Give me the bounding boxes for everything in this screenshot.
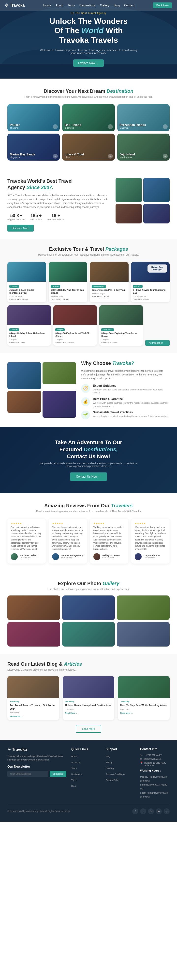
blog-card-2[interactable]: Travelling How To Stay Safe While Travel… bbox=[118, 676, 170, 720]
review-author-1: Gemma Montgomery Tour Traveler bbox=[52, 553, 84, 560]
footer-link-tours[interactable]: Tours bbox=[71, 766, 101, 770]
blog-read-more-1[interactable]: Read More ... bbox=[65, 712, 112, 714]
review-role-1: Tour Traveler bbox=[61, 557, 83, 559]
gallery-img-1[interactable] bbox=[7, 595, 60, 620]
footer-support-terms[interactable]: Terms & Conditions bbox=[106, 772, 135, 776]
plane-icon: ✈ bbox=[5, 3, 9, 8]
nav-destinations[interactable]: Destinations bbox=[80, 4, 96, 7]
footer-link-home-anchor[interactable]: Home bbox=[71, 755, 77, 758]
footer-support-faq-anchor[interactable]: FAQ bbox=[106, 755, 110, 758]
dest-arrow-lhasa[interactable]: → bbox=[108, 154, 113, 159]
tour-card-private-bali[interactable]: Holiday Tour Packages Discover 5 - Days … bbox=[131, 262, 170, 302]
gallery-img-5[interactable] bbox=[62, 622, 115, 646]
review-role-2: Solo Traveler bbox=[102, 557, 120, 559]
nav-blog[interactable]: Blog bbox=[114, 4, 120, 7]
social-twitter-icon[interactable]: t bbox=[140, 808, 146, 814]
footer-support-pricing-anchor[interactable]: Pricing bbox=[106, 761, 113, 764]
tour-card-merion[interactable]: South America Explore Merion Park 5-Day … bbox=[90, 262, 129, 302]
dest-arrow-bali[interactable]: → bbox=[108, 124, 113, 129]
footer-support-pricing[interactable]: Pricing bbox=[106, 760, 135, 764]
load-more-button[interactable]: Load More bbox=[76, 725, 102, 733]
dest-card-jeju[interactable]: Jeju Island South Korea → bbox=[117, 134, 170, 161]
social-linkedin-icon[interactable]: in bbox=[148, 808, 154, 814]
dest-arrow-perhentian[interactable]: → bbox=[163, 124, 167, 129]
why-feature-expert-title: Expert Guidance bbox=[93, 384, 170, 388]
dest-arrow-jeju[interactable]: → bbox=[163, 154, 167, 159]
blog-card-0[interactable]: Travelling Top Travel Trends To Watch Ou… bbox=[7, 676, 59, 720]
blog-read-more-2[interactable]: Read More ... bbox=[120, 712, 167, 714]
footer-link-tours-anchor[interactable]: Tours bbox=[71, 767, 77, 770]
social-pinterest-icon[interactable]: p bbox=[164, 808, 170, 814]
newsletter-email-input[interactable] bbox=[7, 771, 48, 777]
stat-destinations: 165 + Destinations bbox=[30, 213, 42, 221]
footer-hours-day-1: Saturday: bbox=[140, 784, 150, 786]
footer-link-destination[interactable]: Destination bbox=[71, 772, 101, 776]
footer-support-title: Support bbox=[106, 748, 135, 751]
about-images bbox=[116, 178, 170, 223]
footer-link-blog-anchor[interactable]: Blog bbox=[71, 785, 76, 787]
tour-card-china[interactable]: 3 Nights 3 Days To Explore Great Wall Of… bbox=[53, 305, 97, 345]
tour-badge-china: 3 Nights bbox=[55, 328, 65, 331]
gallery-img-4[interactable] bbox=[7, 622, 60, 646]
stat-num-customers: 50 K+ bbox=[7, 213, 25, 218]
footer-support-privacy-anchor[interactable]: Privacy Policy bbox=[106, 779, 120, 781]
blog-title-plain: Read Our Latest Blog & bbox=[7, 661, 64, 667]
footer-link-home[interactable]: Home bbox=[71, 754, 101, 758]
tour-body-korea: South Korea 3 Days Tour Exploring Temple… bbox=[99, 325, 143, 345]
tour-card-halmuhalo[interactable]: Discover 6 Days Holiday & Tour Halmuhalo… bbox=[7, 305, 51, 345]
tour-card-bali[interactable]: Discover 6 Days Holiday And Tour In Bali… bbox=[49, 262, 88, 302]
blog-card-1[interactable]: Travelling Hidden Gems: Unexplored Desti… bbox=[63, 676, 115, 720]
footer-newsletter-form: Subscribe bbox=[7, 771, 66, 777]
nav-about[interactable]: About bbox=[56, 4, 63, 7]
footer-support-faq[interactable]: FAQ bbox=[106, 754, 135, 758]
tour-img-china bbox=[53, 305, 97, 325]
nav-home[interactable]: Home bbox=[43, 4, 51, 7]
gallery-img-2[interactable] bbox=[62, 595, 115, 620]
footer-link-trips-anchor[interactable]: Trips bbox=[71, 779, 76, 781]
social-youtube-icon[interactable]: ▶ bbox=[156, 808, 162, 814]
footer-link-destination-anchor[interactable]: Destination bbox=[71, 773, 82, 775]
hero-cta-button[interactable]: Explore Now → bbox=[73, 59, 104, 67]
stat-num-destinations: 165 + bbox=[30, 213, 42, 218]
dest-card-lhasa[interactable]: Lhasa & Tibet China → bbox=[62, 134, 115, 161]
tour-price-bali: From $1213 - $1,546 bbox=[51, 298, 86, 300]
blog-read-more-0[interactable]: Read More ... bbox=[10, 715, 57, 718]
discover-more-button[interactable]: Discover More bbox=[7, 225, 33, 232]
social-facebook-icon[interactable]: f bbox=[132, 808, 138, 814]
nav-contact[interactable]: Contact bbox=[124, 4, 134, 7]
footer-support-privacy[interactable]: Privacy Policy bbox=[106, 778, 135, 782]
book-now-button[interactable]: Book Now bbox=[153, 2, 172, 8]
why-image-3 bbox=[7, 391, 41, 413]
tour-cards-row2: Discover 6 Days Holiday & Tour Halmuhalo… bbox=[7, 305, 143, 345]
newsletter-subscribe-button[interactable]: Subscribe bbox=[49, 771, 66, 777]
dest-card-perhentian[interactable]: Perhentian Islands Malaysia → bbox=[117, 104, 170, 131]
blog-date-2: November bbox=[120, 708, 167, 710]
footer-link-trips[interactable]: Trips bbox=[71, 778, 101, 782]
tour-card-korea[interactable]: South Korea 3 Days Tour Exploring Temple… bbox=[99, 305, 143, 345]
tour-badge-japan: Discover bbox=[10, 285, 19, 288]
blog-title-em: Articles bbox=[64, 661, 82, 667]
footer-support-booking-anchor[interactable]: Booking bbox=[106, 767, 114, 770]
blog-body-0: Travelling Top Travel Trends To Watch Ou… bbox=[7, 698, 59, 720]
footer-support-terms-anchor[interactable]: Terms & Conditions bbox=[106, 773, 125, 775]
footer-support-booking[interactable]: Booking bbox=[106, 766, 135, 770]
about-title-em: Since 2007. bbox=[27, 185, 53, 190]
review-avatar-2 bbox=[93, 553, 100, 560]
dest-card-bali[interactable]: Bali - Island Indonesia → bbox=[62, 104, 115, 131]
about-image-3 bbox=[116, 204, 142, 223]
cta-button[interactable]: Contact Us Now → bbox=[70, 473, 107, 481]
gallery-img-6[interactable] bbox=[117, 622, 170, 646]
footer-link-about[interactable]: About Us bbox=[71, 760, 101, 764]
gallery-img-3[interactable] bbox=[117, 595, 170, 620]
all-packages-button[interactable]: All Packages → bbox=[145, 340, 170, 346]
destinations-subtitle: From a faraway land to the wonders of th… bbox=[7, 95, 170, 98]
nav-gallery[interactable]: Gallery bbox=[100, 4, 109, 7]
tour-card-japan[interactable]: Discover Japan In 7 Days Guided Sightsee… bbox=[7, 262, 46, 302]
dest-card-marina[interactable]: Marina Bay Sands Singapore → bbox=[7, 134, 60, 161]
brand-logo[interactable]: ✈ Travoka bbox=[5, 3, 25, 8]
blog-title: Read Our Latest Blog & Articles bbox=[7, 661, 170, 667]
dest-card-phuket[interactable]: Phuket Thailand → bbox=[7, 104, 60, 131]
footer-link-about-anchor[interactable]: About Us bbox=[71, 761, 80, 764]
nav-tours[interactable]: Tours bbox=[68, 4, 75, 7]
footer-link-blog[interactable]: Blog bbox=[71, 783, 101, 788]
